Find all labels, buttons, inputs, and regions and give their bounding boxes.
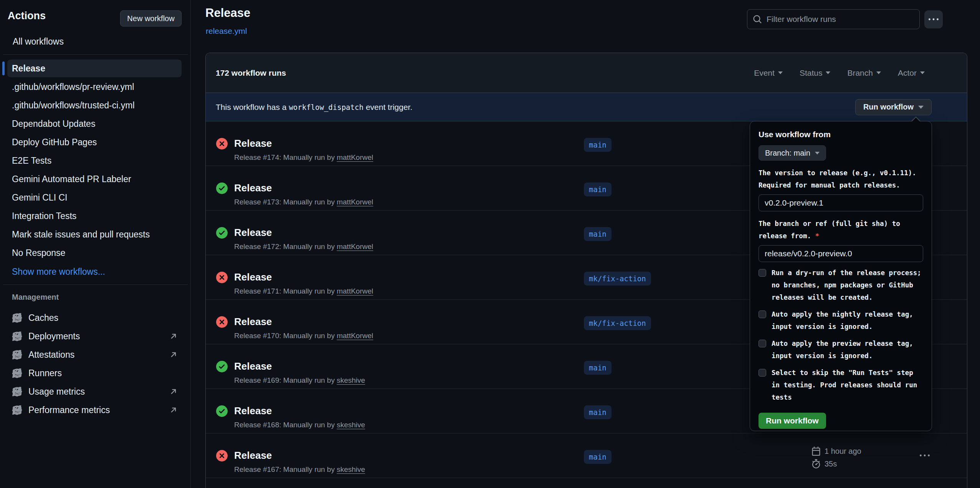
chevron-down-icon [876,71,881,74]
run-options-kebab-button[interactable] [919,451,930,460]
management-item[interactable]: Deployments [0,327,191,345]
management-section-header: Management [12,293,59,302]
calendar-icon [811,447,821,456]
management-item[interactable]: Attestations [0,345,191,364]
check-circle-fill-icon [216,361,228,372]
page-title: Release [205,6,250,20]
popover-checkbox[interactable] [759,310,766,318]
workflow-dispatch-banner: This workflow has a workflow_dispatch ev… [206,93,967,121]
run-actor-link[interactable]: mattKorwel [337,198,373,206]
run-title-link[interactable]: Release [234,227,272,239]
popover-checkbox[interactable] [759,269,766,277]
run-description-text: Release #169: Manually run by [234,376,335,384]
filter-dropdown-label: Actor [898,68,917,78]
sidebar-item-all-workflows[interactable]: All workflows [8,34,182,49]
popover-checkbox-list: Run a dry-run of the release process; no… [759,267,923,403]
popover-checkbox[interactable] [759,340,766,347]
management-item[interactable]: Runners [0,364,191,382]
banner-text-before: This workflow has a [216,103,286,112]
sidebar-workflow-link[interactable]: Integration Tests [7,207,182,225]
filter-dropdown[interactable]: Branch [847,68,881,78]
sidebar-workflow-link[interactable]: Release [7,60,182,77]
branch-badge[interactable]: main [584,227,611,241]
run-title-link[interactable]: Release [234,316,272,328]
run-title-link[interactable]: Release [234,271,272,283]
sidebar-workflow-item: E2E Tests [0,151,191,170]
run-description-text: Release #168: Manually run by [234,421,335,429]
external-link-icon [169,350,178,359]
run-actor-link[interactable]: skeshive [337,421,365,429]
run-description-text: Release #174: Manually run by [234,153,335,161]
run-description: Release #172: Manually run by mattKorwel [234,242,373,251]
run-title-link[interactable]: Release [234,405,272,417]
popover-checkbox[interactable] [759,369,766,377]
ref-input[interactable] [759,245,923,262]
run-actor-link[interactable]: skeshive [337,376,365,384]
sidebar-workflow-link[interactable]: .github/workflows/pr-review.yml [7,78,182,96]
run-description-text: Release #173: Manually run by [234,198,335,206]
filter-dropdown[interactable]: Actor [898,68,925,78]
run-title-link[interactable]: Release [234,138,272,149]
sidebar-workflow-link[interactable]: .github/workflows/trusted-ci.yml [7,96,182,114]
run-workflow-submit-button[interactable]: Run workflow [759,413,826,429]
workflow-run-row[interactable]: Release Release #167: Manually run by sk… [206,433,967,478]
sidebar-workflow-link[interactable]: Mark stale issues and pull requests [7,226,182,243]
branch-badge[interactable]: main [584,450,611,464]
management-item[interactable]: Usage metrics [0,382,191,401]
chevron-down-icon [920,71,925,74]
run-workflow-dropdown-button[interactable]: Run workflow [855,99,932,115]
management-item-label: Deployments [28,331,80,342]
management-item[interactable]: Performance metrics [0,401,191,419]
sidebar-workflow-link[interactable]: Dependabot Updates [7,115,182,133]
filter-dropdown-label: Status [800,68,823,78]
management-item-label: Performance metrics [28,405,110,415]
run-actor-link[interactable]: mattKorwel [337,242,373,251]
management-item-icon [12,405,22,415]
run-title-link[interactable]: Release [234,450,272,461]
branch-badge[interactable]: mk/fix-action [584,316,651,330]
run-status-icon [216,405,228,417]
branch-badge[interactable]: main [584,183,611,196]
filter-dropdown[interactable]: Status [800,68,831,78]
actions-sidebar: Actions New workflow All workflows Relea… [0,0,191,488]
sidebar-workflow-link[interactable]: Deploy GitHub Pages [7,133,182,151]
sidebar-workflow-link[interactable]: E2E Tests [7,152,182,169]
sidebar-workflow-item: No Response [0,244,191,262]
management-item[interactable]: Caches [0,309,191,327]
workflow-file-link[interactable]: release.yml [206,27,247,36]
chevron-down-icon [918,106,924,109]
sidebar-workflow-link[interactable]: No Response [7,244,182,262]
run-actor-link[interactable]: mattKorwel [337,153,373,161]
show-more-workflows-link[interactable]: Show more workflows... [12,262,105,281]
branch-badge[interactable]: main [584,405,611,419]
chevron-down-icon [815,152,820,154]
sidebar-workflow-link[interactable]: Gemini Automated PR Labeler [7,170,182,188]
sidebar-workflow-item: Release [0,59,191,78]
workflow-options-kebab-button[interactable] [924,10,943,28]
new-workflow-button[interactable]: New workflow [120,10,182,27]
version-input[interactable] [759,194,923,211]
branch-badge[interactable]: main [584,138,611,152]
sidebar-workflow-item: .github/workflows/trusted-ci.yml [0,96,191,115]
sidebar-workflow-link[interactable]: Gemini CLI CI [7,189,182,206]
branch-badge[interactable]: main [584,361,611,375]
filter-dropdown[interactable]: Event [754,68,783,78]
branch-badge[interactable]: mk/fix-action [584,272,651,285]
run-title-link[interactable]: Release [234,182,272,194]
branch-selector-button[interactable]: Branch: main [759,145,826,161]
run-description-text: Release #172: Manually run by [234,242,335,251]
chevron-down-icon [778,71,783,74]
run-title-link[interactable]: Release [234,360,272,372]
run-description-text: Release #167: Manually run by [234,465,335,473]
run-workflow-popover: Use workflow from Branch: main The versi… [750,121,932,431]
run-actor-link[interactable]: skeshive [337,465,365,473]
run-start-time: 1 hour ago [811,446,861,456]
run-actor-link[interactable]: mattKorwel [337,332,373,340]
filter-workflow-runs-input[interactable] [767,15,914,24]
required-asterisk: * [815,232,820,240]
sidebar-workflow-item: Mark stale issues and pull requests [0,225,191,244]
run-actor-link[interactable]: mattKorwel [337,287,373,295]
version-input-label: The version to release (e.g., v0.1.11). … [759,167,923,191]
run-description: Release #169: Manually run by skeshive [234,376,365,385]
popover-caret [912,118,920,122]
